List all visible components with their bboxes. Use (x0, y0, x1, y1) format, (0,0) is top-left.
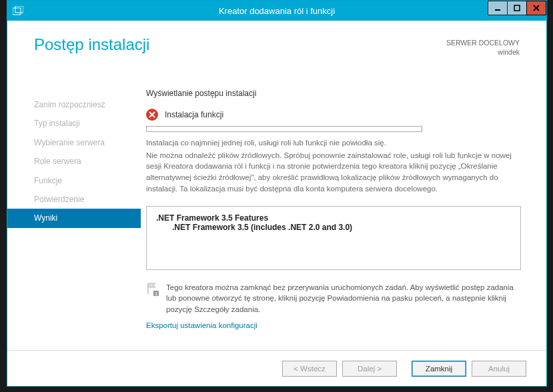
nav-features: Funkcje (7, 171, 141, 190)
export-settings-link[interactable]: Eksportuj ustawienia konfiguracji (146, 321, 521, 329)
target-server-block: SERWER DOCELOWY windek (446, 38, 520, 57)
nav-before-you-begin: Zanim rozpoczniesz (7, 95, 141, 114)
titlebar[interactable]: Kreator dodawania ról i funkcji (7, 1, 546, 21)
status-line: Instalacja funkcji (146, 109, 521, 121)
wizard-window: Kreator dodawania ról i funkcji Postęp i… (7, 0, 547, 387)
note-text: Tego kreatora można zamknąć bez przerywa… (166, 282, 521, 314)
close-button[interactable] (526, 1, 546, 15)
target-server-name: windek (446, 47, 520, 57)
cancel-button: Anuluj (472, 361, 526, 377)
status-text: Instalacja funkcji (165, 110, 223, 119)
window-controls (488, 1, 546, 15)
nav-installation-type: Typ instalacji (7, 114, 141, 133)
minimize-button[interactable] (488, 1, 508, 15)
nav-server-selection: Wybieranie serwera (7, 133, 141, 152)
app-icon (13, 6, 23, 15)
svg-rect-1 (15, 6, 23, 13)
view-progress-label: Wyświetlanie postępu instalacji (146, 89, 521, 98)
error-icon (146, 109, 158, 121)
feature-parent: .NET Framework 3.5 Features (156, 213, 511, 223)
nav-server-roles: Role serwera (7, 152, 141, 171)
page-header: Postęp instalacji SERWER DOCELOWY windek (7, 21, 546, 69)
error-description: Instalacja co najmniej jednej roli, usłu… (146, 137, 521, 194)
error-line1: Instalacja co najmniej jednej roli, usłu… (146, 137, 521, 149)
feature-child: .NET Framework 3.5 (includes .NET 2.0 an… (156, 223, 511, 232)
target-server-label: SERWER DOCELOWY (446, 38, 520, 47)
note-row: 1 Tego kreatora można zamknąć bez przery… (146, 282, 521, 314)
flag-icon: 1 (146, 282, 159, 297)
main-panel: Wyświetlanie postępu instalacji Instalac… (141, 89, 546, 350)
wizard-footer: < Wstecz Dalej > Zamknij Anuluj (7, 350, 546, 386)
wizard-nav: Zanim rozpoczniesz Typ instalacji Wybier… (7, 89, 141, 350)
next-button: Dalej > (342, 361, 397, 377)
svg-rect-3 (514, 5, 520, 11)
svg-rect-0 (13, 8, 21, 15)
features-box: .NET Framework 3.5 Features .NET Framewo… (146, 206, 521, 270)
nav-results[interactable]: Wyniki (7, 209, 141, 227)
close-wizard-button[interactable]: Zamknij (412, 361, 466, 377)
progress-bar (146, 126, 422, 132)
maximize-button[interactable] (507, 1, 527, 15)
svg-text:1: 1 (155, 291, 158, 297)
back-button: < Wstecz (282, 361, 337, 377)
error-line2: Nie można odnaleźć plików źródłowych. Sp… (146, 150, 521, 195)
content-area: Postęp instalacji SERWER DOCELOWY windek… (7, 21, 546, 386)
window-title: Kreator dodawania ról i funkcji (7, 6, 546, 16)
nav-confirmation: Potwierdzenie (7, 190, 141, 209)
